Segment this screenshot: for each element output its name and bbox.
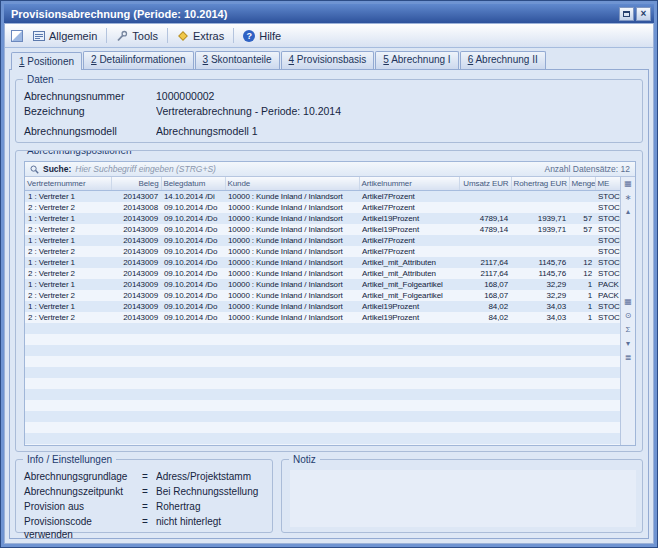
- grid-area: VertreternummerBelegBelegdatumKundeArtik…: [25, 177, 635, 445]
- info-value: Adress/Projektstamm: [156, 470, 266, 483]
- table-row[interactable]: 1 : Vertreter 12014300909.10.2014 /Do100…: [25, 257, 620, 268]
- group-notiz-title: Notiz: [289, 453, 320, 466]
- column-chooser-icon[interactable]: ▦: [624, 178, 632, 190]
- info-provision-aus: Provision aus = Rohertrag: [24, 500, 266, 513]
- column-header-me[interactable]: ME: [595, 177, 620, 190]
- close-icon: ×: [641, 8, 647, 19]
- grid-icon-strip: ▦∗▴ ▦⊙Σ▾≣: [620, 177, 635, 445]
- app-icon: [11, 30, 23, 42]
- field-value: Vertreterabrechnung - Periode: 10.2014: [156, 105, 636, 118]
- titlebar[interactable]: Provisionsabrechnung (Periode: 10.2014) …: [4, 4, 654, 23]
- table-row[interactable]: 1 : Vertreter 12014300909.10.2014 /Do100…: [25, 235, 620, 246]
- search-icon: [30, 165, 39, 174]
- toolbar: Allgemein Tools Extras ? Hilfe: [5, 24, 653, 48]
- window-title: Provisionsabrechnung (Periode: 10.2014): [11, 8, 617, 20]
- group-info-einstellungen: Info / Einstellungen Abrechnungsgrundlag…: [15, 459, 273, 533]
- empty-row: [25, 334, 620, 345]
- tab-skontoanteile[interactable]: 3 Skontoanteile: [195, 51, 280, 69]
- search-bar: Suche: Hier Suchbegriff eingeben (STRG+S…: [25, 162, 635, 177]
- search-label: Suche:: [43, 164, 71, 174]
- empty-row: [25, 323, 620, 334]
- table-row[interactable]: 2 : Vertreter 22014300909.10.2014 /Do100…: [25, 268, 620, 279]
- empty-row: [25, 389, 620, 400]
- group-notiz: Notiz: [281, 459, 643, 533]
- grid-scroll[interactable]: VertreternummerBelegBelegdatumKundeArtik…: [25, 177, 620, 445]
- search-input[interactable]: Hier Suchbegriff eingeben (STRG+S): [75, 164, 540, 174]
- column-header-menge[interactable]: Menge: [569, 177, 595, 190]
- column-header-umsatz-eur[interactable]: Umsatz EUR: [459, 177, 511, 190]
- tab-abrechnung-2[interactable]: 6 Abrechnung II: [460, 51, 546, 69]
- group-info-title: Info / Einstellungen: [23, 453, 116, 466]
- empty-row: [25, 378, 620, 389]
- tab-page-positionen: Daten Abrechnungsnummer 1000000002 Bezei…: [9, 69, 649, 539]
- form-icon: [33, 30, 45, 42]
- bottom-panels: Info / Einstellungen Abrechnungsgrundlag…: [15, 459, 643, 533]
- menu-item-allgemein[interactable]: Allgemein: [27, 28, 103, 44]
- restore-icon: [623, 11, 630, 17]
- grid-container: Suche: Hier Suchbegriff eingeben (STRG+S…: [24, 161, 636, 446]
- empty-row: [25, 345, 620, 356]
- field-label: Abrechnungsmodell: [24, 125, 156, 138]
- list-icon[interactable]: ≣: [625, 352, 632, 364]
- strip-top: ▦∗▴: [624, 178, 632, 218]
- layout-icon[interactable]: ▦: [624, 296, 632, 308]
- field-label: Bezeichnung: [24, 105, 156, 118]
- info-value: Rohertrag: [156, 500, 266, 513]
- table-row[interactable]: 2 : Vertreter 22014300809.10.2014 /Do100…: [25, 202, 620, 213]
- table-row[interactable]: 1 : Vertreter 12014300909.10.2014 /Do100…: [25, 279, 620, 290]
- info-label: Provision aus: [24, 500, 142, 513]
- client-area: Allgemein Tools Extras ? Hilfe: [4, 23, 654, 544]
- scroll-up-icon[interactable]: ▴: [626, 206, 630, 218]
- info-label: Abrechnungsgrundlage: [24, 470, 142, 483]
- menu-item-tools[interactable]: Tools: [110, 28, 164, 44]
- info-label: Abrechnungszeitpunkt: [24, 485, 142, 498]
- column-header-kunde[interactable]: Kunde: [225, 177, 359, 190]
- field-abrechnungsmodell: Abrechnungsmodell Abrechnungsmodell 1: [24, 125, 636, 138]
- field-label: Abrechnungsnummer: [24, 90, 156, 103]
- column-header-vertreternummer[interactable]: Vertreternummer: [25, 177, 111, 190]
- tab-detailinformationen[interactable]: 2 Detailinformationen: [83, 51, 194, 69]
- wrench-icon: [116, 30, 128, 42]
- info-label: Provisionscode verwenden: [24, 515, 142, 539]
- equals-sign: =: [142, 515, 156, 539]
- group-daten: Daten Abrechnungsnummer 1000000002 Bezei…: [15, 79, 643, 143]
- table-row[interactable]: 1 : Vertreter 12014300909.10.2014 /Do100…: [25, 213, 620, 224]
- window: Provisionsabrechnung (Periode: 10.2014) …: [0, 0, 658, 548]
- column-header-artikelnummer[interactable]: Artikelnummer: [359, 177, 459, 190]
- table-row[interactable]: 2 : Vertreter 22014300909.10.2014 /Do100…: [25, 312, 620, 323]
- filter-icon[interactable]: ▾: [626, 338, 630, 350]
- table-row[interactable]: 2 : Vertreter 22014300909.10.2014 /Do100…: [25, 246, 620, 257]
- empty-row: [25, 444, 620, 446]
- tab-abrechnung-1[interactable]: 5 Abrechnung I: [375, 51, 458, 69]
- menu-item-extras[interactable]: Extras: [171, 28, 230, 44]
- menu-item-hilfe[interactable]: ? Hilfe: [237, 28, 287, 44]
- tab-positionen[interactable]: 1 Positionen: [11, 52, 82, 70]
- close-button[interactable]: ×: [636, 7, 651, 21]
- help-icon: ?: [243, 30, 255, 42]
- grid-body: 1 : Vertreter 12014300714.10.2014 /Di100…: [25, 190, 620, 445]
- field-value: Abrechnungsmodell 1: [156, 125, 636, 138]
- pin-icon[interactable]: ∗: [625, 192, 632, 204]
- table-row[interactable]: 1 : Vertreter 12014300909.10.2014 /Do100…: [25, 301, 620, 312]
- table-row[interactable]: 2 : Vertreter 22014300909.10.2014 /Do100…: [25, 290, 620, 301]
- column-header-beleg[interactable]: Beleg: [111, 177, 161, 190]
- grid-header-row: VertreternummerBelegBelegdatumKundeArtik…: [25, 177, 620, 190]
- empty-row: [25, 367, 620, 378]
- column-header-rohertrag-eur[interactable]: Rohertrag EUR: [511, 177, 569, 190]
- maximize-button[interactable]: [619, 7, 634, 21]
- notiz-area[interactable]: [290, 470, 636, 527]
- empty-row: [25, 433, 620, 444]
- field-abrechnungsnummer: Abrechnungsnummer 1000000002: [24, 90, 636, 103]
- equals-sign: =: [142, 500, 156, 513]
- search-icon[interactable]: ⊙: [625, 310, 632, 322]
- empty-row: [25, 422, 620, 433]
- table-row[interactable]: 2 : Vertreter 22014300909.10.2014 /Do100…: [25, 224, 620, 235]
- extras-icon: [177, 30, 189, 42]
- column-header-belegdatum[interactable]: Belegdatum: [161, 177, 225, 190]
- tab-provisionsbasis[interactable]: 4 Provisionsbasis: [281, 51, 375, 69]
- table-row[interactable]: 1 : Vertreter 12014300714.10.2014 /Di100…: [25, 190, 620, 202]
- menu-separator: [106, 28, 107, 43]
- info-abrechnungszeitpunkt: Abrechnungszeitpunkt = Bei Rechnungsstel…: [24, 485, 266, 498]
- sum-icon[interactable]: Σ: [626, 324, 631, 336]
- strip-mid: ▦⊙Σ▾≣: [624, 296, 632, 364]
